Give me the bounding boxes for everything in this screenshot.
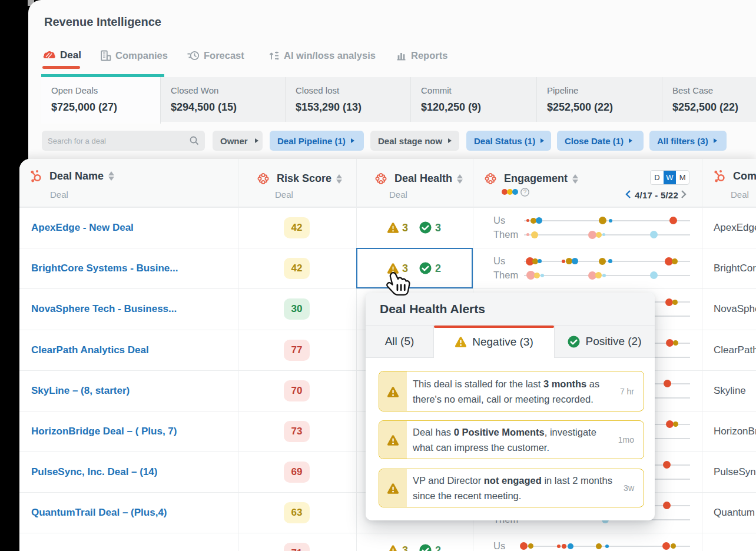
- svg-text:?: ?: [523, 189, 527, 195]
